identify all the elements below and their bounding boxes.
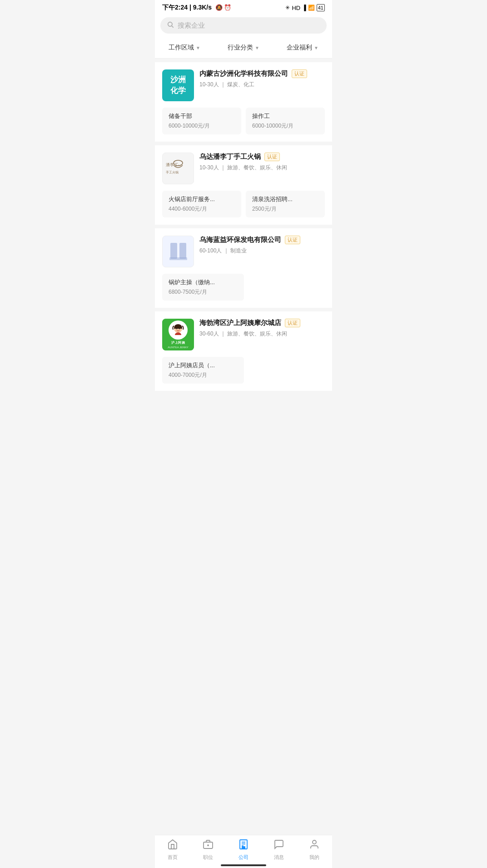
company-meta-lanya: 60-100人 ｜ 制造业 <box>199 247 325 255</box>
company-logo-shazou: 沙洲 化学 <box>162 69 194 101</box>
job-salary-wuda-0: 4400-6000元/月 <box>169 205 235 213</box>
message-icon <box>273 839 284 853</box>
nav-item-job[interactable]: 职位 <box>194 839 222 861</box>
company-logo-lanya <box>162 236 194 267</box>
status-icons: ✳ HD ▐ 📶 41 <box>285 4 325 11</box>
bluetooth-icon: ✳ <box>285 5 290 11</box>
status-bar: 下午2:24 | 9.3K/s 🔕 ⏰ ✳ HD ▐ 📶 41 <box>155 0 332 14</box>
signal-icon: HD <box>292 5 300 11</box>
filter-bar: 工作区域 ▼ 行业分类 ▼ 企业福利 ▼ <box>155 37 332 59</box>
company-header-hujin: 沪上阿姨 AUNTEA JENNY 海勃湾区沪上阿姨摩尔城店 认证 30-60人… <box>162 319 325 350</box>
search-input-wrap[interactable]: 搜索企业 <box>160 17 327 34</box>
company-name-lanya: 乌海蓝益环保发电有限公司 <box>199 236 281 244</box>
job-salary-shazou-0: 6000-10000元/月 <box>169 122 235 130</box>
svg-text:手工火锅: 手工火锅 <box>166 171 179 174</box>
company-name-row-shazou: 内蒙古沙洲化学科技有限公司 认证 <box>199 69 325 78</box>
nav-item-message[interactable]: 消息 <box>265 839 293 861</box>
job-title-lanya-0: 锅炉主操（缴纳... <box>169 278 238 286</box>
filter-work-area[interactable]: 工作区域 ▼ <box>169 44 200 52</box>
company-card-hujin[interactable]: 沪上阿姨 AUNTEA JENNY 海勃湾区沪上阿姨摩尔城店 认证 30-60人… <box>155 311 332 391</box>
profile-icon <box>309 839 320 853</box>
search-placeholder: 搜索企业 <box>178 21 205 30</box>
job-salary-hujin-0: 4000-7000元/月 <box>169 371 238 379</box>
wifi-icon: 📶 <box>308 5 315 11</box>
svg-point-11 <box>179 328 180 329</box>
svg-text:潘李丁·: 潘李丁· <box>166 163 179 167</box>
company-header-shazou: 沙洲 化学 内蒙古沙洲化学科技有限公司 认证 10-30人 ｜ 煤炭、化工 <box>162 69 325 101</box>
cert-badge-wuda: 认证 <box>264 153 280 161</box>
company-meta-hujin: 30-60人 ｜ 旅游、餐饮、娱乐、休闲 <box>199 330 325 338</box>
nav-item-company[interactable]: 公司 <box>230 839 257 861</box>
job-card-shazou-0[interactable]: 储备干部 6000-10000元/月 <box>162 108 241 134</box>
logo-text-shazou: 沙洲 化学 <box>169 73 188 98</box>
svg-rect-19 <box>242 847 245 849</box>
filter-work-area-label: 工作区域 <box>169 44 194 52</box>
company-card-wuda[interactable]: 潘李丁· 手工火锅 乌达潘李丁手工火锅 认证 10-30人 ｜ 旅游、餐饮、娱乐… <box>155 145 332 225</box>
svg-point-10 <box>176 328 177 329</box>
company-info-lanya: 乌海蓝益环保发电有限公司 认证 60-100人 ｜ 制造业 <box>199 236 325 255</box>
signal-bars-icon: ▐ <box>302 5 306 11</box>
company-meta-wuda: 10-30人 ｜ 旅游、餐饮、娱乐、休闲 <box>199 164 325 172</box>
job-cards-wuda: 火锅店前厅服务... 4400-6000元/月 清泉洗浴招聘... 2500元/… <box>162 191 325 217</box>
nav-item-profile[interactable]: 我的 <box>301 839 328 861</box>
job-title-shazou-1: 操作工 <box>252 112 318 120</box>
status-time: 下午2:24 | 9.3K/s 🔕 ⏰ <box>162 4 232 12</box>
job-salary-lanya-0: 6800-7500元/月 <box>169 288 238 296</box>
company-info-shazou: 内蒙古沙洲化学科技有限公司 认证 10-30人 ｜ 煤炭、化工 <box>199 69 325 89</box>
svg-rect-5 <box>170 243 177 259</box>
battery-icon: 41 <box>317 4 325 11</box>
job-card-lanya-0[interactable]: 锅炉主操（缴纳... 6800-7500元/月 <box>162 274 244 301</box>
company-name-wuda: 乌达潘李丁手工火锅 <box>199 153 261 161</box>
company-logo-wuda: 潘李丁· 手工火锅 <box>162 153 194 184</box>
job-card-hujin-0[interactable]: 沪上阿姨店员（... 4000-7000元/月 <box>162 357 244 384</box>
search-bar: 搜索企业 <box>155 14 332 37</box>
company-card-lanya[interactable]: 乌海蓝益环保发电有限公司 认证 60-100人 ｜ 制造业 锅炉主操（缴纳...… <box>155 228 332 308</box>
nav-label-profile: 我的 <box>309 854 319 861</box>
job-icon <box>203 839 214 853</box>
svg-rect-7 <box>169 257 187 260</box>
nav-item-home[interactable]: 首页 <box>159 839 186 861</box>
nav-label-message: 消息 <box>274 854 284 861</box>
svg-rect-6 <box>179 243 186 259</box>
company-icon <box>238 839 249 853</box>
chevron-down-icon: ▼ <box>196 45 200 50</box>
company-name-shazou: 内蒙古沙洲化学科技有限公司 <box>199 69 288 78</box>
job-cards-shazou: 储备干部 6000-10000元/月 操作工 6000-10000元/月 <box>162 108 325 134</box>
filter-welfare[interactable]: 企业福利 ▼ <box>287 44 318 52</box>
job-card-wuda-1[interactable]: 清泉洗浴招聘... 2500元/月 <box>246 191 325 217</box>
company-info-hujin: 海勃湾区沪上阿姨摩尔城店 认证 30-60人 ｜ 旅游、餐饮、娱乐、休闲 <box>199 319 325 338</box>
company-name-hujin: 海勃湾区沪上阿姨摩尔城店 <box>199 319 281 327</box>
job-title-wuda-1: 清泉洗浴招聘... <box>252 195 318 203</box>
company-header-wuda: 潘李丁· 手工火锅 乌达潘李丁手工火锅 认证 10-30人 ｜ 旅游、餐饮、娱乐… <box>162 153 325 184</box>
job-cards-hujin: 沪上阿姨店员（... 4000-7000元/月 <box>162 357 325 384</box>
job-title-wuda-0: 火锅店前厅服务... <box>169 195 235 203</box>
filter-industry-label: 行业分类 <box>228 44 253 52</box>
filter-industry[interactable]: 行业分类 ▼ <box>228 44 259 52</box>
company-logo-hujin: 沪上阿姨 AUNTEA JENNY <box>162 319 194 350</box>
bottom-nav: 首页 职位 公司 <box>155 835 332 868</box>
job-title-shazou-0: 储备干部 <box>169 112 235 120</box>
company-card-shazou[interactable]: 沙洲 化学 内蒙古沙洲化学科技有限公司 认证 10-30人 ｜ 煤炭、化工 储备… <box>155 62 332 142</box>
chevron-down-icon-2: ▼ <box>255 45 259 50</box>
nav-label-job: 职位 <box>203 854 213 861</box>
job-cards-lanya: 锅炉主操（缴纳... 6800-7500元/月 <box>162 274 325 301</box>
company-list: 沙洲 化学 内蒙古沙洲化学科技有限公司 认证 10-30人 ｜ 煤炭、化工 储备… <box>155 62 332 391</box>
main-content: 沙洲 化学 内蒙古沙洲化学科技有限公司 认证 10-30人 ｜ 煤炭、化工 储备… <box>155 62 332 427</box>
nav-label-company: 公司 <box>239 854 248 861</box>
job-card-wuda-0[interactable]: 火锅店前厅服务... 4400-6000元/月 <box>162 191 241 217</box>
svg-point-20 <box>313 840 316 844</box>
chevron-down-icon-3: ▼ <box>314 45 318 50</box>
cert-badge-lanya: 认证 <box>285 236 300 244</box>
home-indicator <box>221 864 266 866</box>
company-name-row-hujin: 海勃湾区沪上阿姨摩尔城店 认证 <box>199 319 325 327</box>
job-card-shazou-1[interactable]: 操作工 6000-10000元/月 <box>246 108 325 134</box>
job-salary-shazou-1: 6000-10000元/月 <box>252 122 318 130</box>
company-header-lanya: 乌海蓝益环保发电有限公司 认证 60-100人 ｜ 制造业 <box>162 236 325 267</box>
company-meta-shazou: 10-30人 ｜ 煤炭、化工 <box>199 81 325 89</box>
cert-badge-hujin: 认证 <box>285 319 300 327</box>
cert-badge-shazou: 认证 <box>292 69 307 78</box>
svg-line-1 <box>172 26 174 28</box>
home-icon <box>167 839 178 853</box>
company-info-wuda: 乌达潘李丁手工火锅 认证 10-30人 ｜ 旅游、餐饮、娱乐、休闲 <box>199 153 325 172</box>
nav-label-home: 首页 <box>168 854 178 861</box>
